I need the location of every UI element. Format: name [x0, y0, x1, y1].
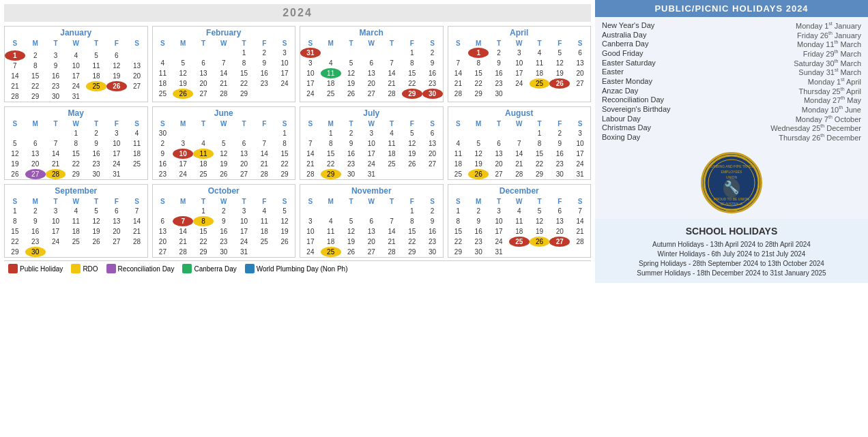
calendar-cell: 14	[448, 68, 469, 78]
calendar-cell: 25	[321, 89, 341, 99]
calendar-cell: 3	[570, 128, 590, 138]
calendar-cell: 25	[193, 169, 214, 179]
calendar-cell: 1	[402, 206, 422, 216]
calendar-cell: 22	[402, 237, 422, 247]
calendar-cell: 29	[402, 89, 422, 99]
calendar-cell: 19	[106, 71, 127, 81]
calendar-cell: 3	[300, 58, 321, 68]
day-header: T	[341, 39, 362, 48]
calendar-cell: 7	[300, 138, 321, 149]
calendar-cell	[274, 89, 295, 99]
calendar-cell: 8	[193, 216, 214, 226]
legend-item: Public Holiday	[8, 264, 63, 273]
calendar-cell: 5	[173, 58, 193, 68]
calendar-cell: 17	[489, 226, 509, 237]
day-header: F	[106, 197, 127, 206]
holiday-name: Reconciliation Day	[602, 95, 664, 104]
calendar-cell: 27	[361, 89, 381, 99]
calendar-cell: 30	[489, 89, 509, 99]
calendar-cell: 7	[381, 58, 402, 68]
calendar-cell: 19	[468, 159, 489, 169]
calendar-cell: 21	[570, 226, 590, 237]
calendar-cell: 27	[106, 237, 127, 247]
calendar-cell	[193, 128, 214, 138]
month-name: July	[300, 107, 443, 119]
calendar-cell: 22	[193, 237, 214, 247]
calendar-cell: 26	[86, 237, 106, 247]
calendar-cell: 25	[448, 169, 469, 179]
calendar-cell: 3	[46, 50, 66, 61]
day-header: T	[530, 39, 550, 48]
calendar-cell: 26	[468, 169, 489, 179]
calendar-cell	[153, 48, 173, 58]
calendar-cell: 3	[361, 128, 381, 138]
calendar-cell: 6	[489, 138, 509, 149]
school-holiday-item: Spring Holidays - 28th September 2024 to…	[602, 260, 861, 267]
calendar-cell: 23	[422, 237, 443, 247]
calendar-cell: 13	[361, 68, 381, 78]
calendar-cell: 1	[448, 206, 469, 216]
calendar-cell: 3	[173, 138, 193, 149]
day-header: M	[173, 197, 193, 206]
calendar-cell: 4	[66, 50, 86, 61]
day-header: T	[86, 119, 106, 128]
calendar-cell: 29	[402, 247, 422, 257]
day-header: T	[489, 39, 509, 48]
holiday-date: Monday 1st April	[808, 77, 861, 86]
calendar-cell	[234, 128, 255, 138]
calendar-cell: 12	[530, 216, 550, 226]
calendar-cell: 15	[66, 149, 86, 159]
calendar-cell: 22	[66, 159, 86, 169]
calendar-cell: 14	[300, 149, 321, 159]
calendar-cell	[448, 128, 469, 138]
day-header: S	[300, 119, 321, 128]
holiday-row: Reconciliation DayMonday 27th May	[602, 95, 861, 104]
calendar-cell	[549, 89, 570, 99]
calendar-cell: 17	[173, 159, 193, 169]
calendar-cell: 4	[153, 58, 173, 68]
holiday-name: Sovereign's Birthday	[602, 105, 671, 114]
holiday-name: Anzac Day	[602, 87, 638, 95]
calendar-cell: 20	[234, 159, 255, 169]
legend-label: World Plumbing Day (Non Ph)	[257, 265, 348, 273]
calendar-cell: 12	[468, 149, 489, 159]
calendar-cell: 27	[570, 78, 590, 89]
holiday-date: Thursday 26th December	[779, 133, 861, 142]
day-header: F	[106, 39, 127, 48]
calendar-cell: 31	[300, 48, 321, 58]
calendar-cell: 6	[422, 128, 443, 138]
calendar-cell: 9	[214, 216, 234, 226]
school-holiday-item: Summer Holidays - 18th December 2024 to …	[602, 269, 861, 277]
holiday-row: Canberra DayMonday 11th March	[602, 40, 861, 48]
calendar-cell: 22	[448, 237, 469, 247]
calendar-cell: 27	[361, 247, 381, 257]
calendar-cell: 14	[173, 226, 193, 237]
calendar-cell	[214, 48, 234, 58]
holiday-row: Labour DayMonday 7th October	[602, 115, 861, 123]
day-header: M	[468, 197, 489, 206]
calendar-cell: 7	[46, 138, 66, 149]
calendar-cell: 6	[549, 206, 570, 216]
holiday-row: Anzac DayThursday 25th April	[602, 87, 861, 95]
calendar-cell: 15	[402, 226, 422, 237]
calendar-cell: 15	[468, 68, 489, 78]
day-header: T	[341, 119, 362, 128]
calendar-cell: 24	[66, 81, 86, 91]
calendar-cell: 13	[570, 58, 590, 68]
calendar-cell: 27	[193, 89, 214, 99]
day-header: T	[234, 197, 255, 206]
day-header: S	[274, 119, 295, 128]
calendar-cell: 26	[341, 89, 362, 99]
holiday-name: Good Friday	[602, 49, 643, 58]
day-header: S	[300, 197, 321, 206]
calendar-cell: 31	[570, 169, 590, 179]
calendar-cell: 29	[274, 169, 295, 179]
month-name: June	[153, 107, 295, 119]
calendar-cell: 14	[254, 149, 274, 159]
calendar-cell: 8	[530, 138, 550, 149]
legend-color-box	[245, 264, 255, 273]
calendar-cell: 20	[549, 226, 570, 237]
calendar-cell: 10	[361, 138, 381, 149]
calendar-cell: 23	[46, 81, 66, 91]
calendar-cell: 7	[254, 138, 274, 149]
